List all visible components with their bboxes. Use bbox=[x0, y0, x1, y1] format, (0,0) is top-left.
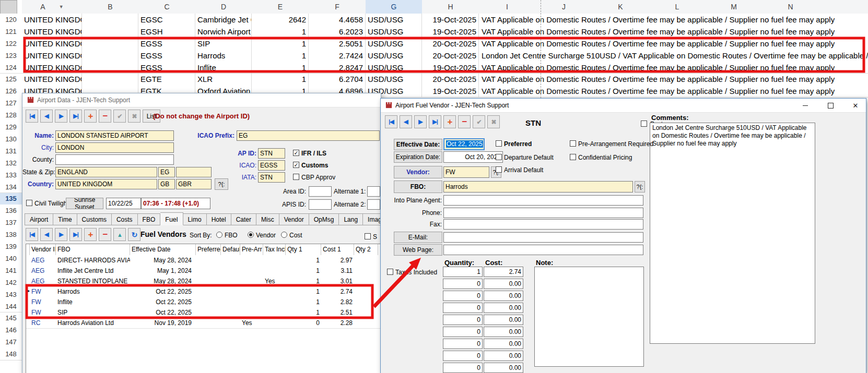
nav-next-button[interactable]: ▶ bbox=[55, 110, 67, 123]
tab-misc[interactable]: Misc bbox=[256, 213, 279, 225]
departure-default-checkbox[interactable] bbox=[496, 154, 502, 160]
cell-H120[interactable]: 19-Oct-2025 bbox=[422, 14, 479, 26]
cell-E124[interactable]: 1 bbox=[252, 62, 309, 74]
delete-record-button[interactable]: − bbox=[99, 228, 111, 241]
cell-I120[interactable]: VAT Applicable on Domestic Routes / Over… bbox=[479, 14, 868, 26]
fuel-dialog-titlebar[interactable]: Airport Fuel Vendor - JJEN-Tech Support … bbox=[381, 99, 866, 113]
quantity-field-7[interactable]: 0 bbox=[443, 351, 483, 361]
cell-H126[interactable]: 19-Oct-2025 bbox=[422, 85, 479, 97]
add-record-button[interactable]: + bbox=[443, 115, 456, 128]
cell-A125[interactable]: UNITED KINGDOM bbox=[22, 74, 82, 86]
cell-G122[interactable]: USD/USG bbox=[366, 38, 422, 50]
row-header-136[interactable]: 136 bbox=[0, 204, 22, 217]
cell-F121[interactable]: 6.2023 bbox=[309, 26, 366, 38]
quantity-field-4[interactable]: 0 bbox=[443, 315, 483, 325]
cell-C121[interactable]: EGSH bbox=[138, 26, 195, 38]
city-field[interactable]: LONDON bbox=[55, 142, 174, 153]
vendor-row-AEG-direct--harrods-aviation[interactable]: AEGDIRECT- HARRODS AVIATIONMay 28, 20241… bbox=[26, 255, 381, 266]
sort-cost-radio[interactable] bbox=[281, 232, 287, 238]
name-field[interactable]: LONDON STANSTED AIRPORT bbox=[55, 130, 174, 141]
row-header-146[interactable]: 146 bbox=[0, 324, 22, 336]
row-header-147[interactable]: 147 bbox=[0, 336, 22, 348]
fax-field[interactable] bbox=[443, 219, 643, 230]
zip-field[interactable] bbox=[176, 167, 212, 177]
column-header-I[interactable]: I bbox=[479, 0, 536, 14]
cell-E125[interactable]: 1 bbox=[252, 74, 309, 86]
vendor-row-RC-harrods-aviation-ltd[interactable]: RCHarrods Aviation LtdNov 19, 2019Yes02.… bbox=[26, 318, 381, 329]
ifr-ils-checkbox[interactable]: ✓ bbox=[293, 150, 299, 156]
vendor-row-FW-sip[interactable]: FWSIPOct 22, 202512.51 bbox=[26, 307, 381, 318]
add-record-button[interactable]: + bbox=[84, 228, 97, 241]
refresh-button[interactable]: ↻ bbox=[128, 228, 140, 241]
cell-B123[interactable] bbox=[82, 50, 138, 62]
cell-H123[interactable]: 20-Oct-2025 bbox=[422, 50, 479, 62]
column-header-B[interactable]: B bbox=[82, 0, 139, 14]
tab-time[interactable]: Time bbox=[53, 213, 77, 225]
cell-F123[interactable]: 2.7424 bbox=[309, 50, 366, 62]
taxes-included-checkbox[interactable] bbox=[387, 269, 393, 275]
row-header-135[interactable]: 135 bbox=[0, 193, 22, 206]
ap-id-field[interactable]: STN bbox=[258, 148, 285, 159]
cell-G125[interactable]: USD/USG bbox=[366, 74, 422, 86]
row-header-139[interactable]: 139 bbox=[0, 240, 22, 253]
row-header-120[interactable]: 120 bbox=[0, 14, 22, 26]
row-header-129[interactable]: 129 bbox=[0, 121, 22, 134]
preferred-checkbox[interactable] bbox=[496, 140, 502, 147]
cell-C125[interactable]: EGTE bbox=[138, 74, 195, 86]
quantity-field-2[interactable]: 0 bbox=[443, 291, 483, 301]
vendor-row-AEG-stansted-intoplane[interactable]: AEGSTANSTED INTOPLANEMay 28, 2024Yes13.0… bbox=[26, 276, 381, 287]
delete-record-button[interactable]: − bbox=[99, 110, 111, 123]
country-code2-field[interactable]: GB bbox=[158, 179, 175, 189]
row-header-141[interactable]: 141 bbox=[0, 264, 22, 277]
state-field[interactable]: ENGLAND bbox=[55, 167, 157, 177]
expiration-date-button[interactable]: Expiration Date: bbox=[394, 151, 442, 163]
quantity-field-8[interactable]: 0 bbox=[443, 363, 483, 373]
area-id-field[interactable] bbox=[309, 186, 332, 197]
nav-next-button[interactable]: ▶ bbox=[55, 228, 67, 241]
row-header-127[interactable]: 127 bbox=[0, 97, 22, 110]
cost-field-2[interactable]: 0.00 bbox=[484, 291, 523, 301]
move-up-button[interactable]: ▲ bbox=[113, 228, 126, 241]
nav-last-button[interactable]: ▶| bbox=[69, 110, 82, 123]
fbo-field[interactable]: Harrods bbox=[443, 181, 633, 192]
cell-B120[interactable] bbox=[82, 14, 138, 26]
cost-field-0[interactable]: 2.74 bbox=[484, 267, 523, 277]
phone-field[interactable] bbox=[443, 208, 643, 218]
row-header-134[interactable]: 134 bbox=[0, 181, 22, 194]
sunrise-sunset-button[interactable]: Sunrise Sunset bbox=[66, 198, 103, 209]
cell-I125[interactable]: VAT Applicable on Domestic Routes / Over… bbox=[479, 74, 868, 86]
cell-G124[interactable]: USD/USG bbox=[366, 62, 422, 74]
column-header-D[interactable]: D bbox=[195, 0, 252, 14]
cell-F125[interactable]: 6.2704 bbox=[309, 74, 366, 86]
vendor-row-FW-inflite[interactable]: FWInfliteOct 22, 202512.82 bbox=[26, 297, 381, 308]
cell-D125[interactable]: XLR bbox=[195, 74, 252, 86]
quantity-field-6[interactable]: 0 bbox=[443, 339, 483, 349]
tab-airport[interactable]: Airport bbox=[25, 213, 53, 225]
cell-I122[interactable]: VAT Applicable on Domestic Routes / Over… bbox=[479, 38, 868, 50]
cost-field-1[interactable]: 0.00 bbox=[484, 279, 523, 289]
fbo-button[interactable]: FBO: bbox=[394, 181, 442, 193]
cell-B125[interactable] bbox=[82, 74, 138, 86]
minimize-icon[interactable] bbox=[799, 100, 812, 111]
cbp-approved-checkbox[interactable] bbox=[293, 174, 299, 180]
row-header-131[interactable]: 131 bbox=[0, 145, 22, 158]
row-header-128[interactable]: 128 bbox=[0, 109, 22, 122]
quantity-field-0[interactable]: 1 bbox=[443, 267, 483, 277]
column-header-A[interactable]: A▼ bbox=[22, 0, 83, 14]
sort-fbo-radio[interactable] bbox=[216, 232, 222, 238]
cell-C120[interactable]: EGSC bbox=[138, 14, 195, 26]
sort-vendor-radio[interactable] bbox=[248, 232, 254, 238]
row-header-138[interactable]: 138 bbox=[0, 228, 22, 241]
web-page-button[interactable]: Web Page: bbox=[394, 244, 442, 256]
pre-arrangement-checkbox[interactable] bbox=[570, 140, 576, 147]
nav-prev-button[interactable]: ◀ bbox=[40, 228, 53, 241]
column-header-N[interactable]: N bbox=[762, 0, 819, 14]
column-header-F[interactable]: F bbox=[309, 0, 366, 14]
cell-H124[interactable]: 19-Oct-2025 bbox=[422, 62, 479, 74]
row-header-125[interactable]: 125 bbox=[0, 74, 22, 86]
cell-D120[interactable]: Cambridge Jet C bbox=[195, 14, 252, 26]
commit-button[interactable]: ✔ bbox=[113, 110, 126, 123]
row-header-148[interactable]: 148 bbox=[0, 348, 22, 360]
cell-I124[interactable]: VAT Applicable on Domestic Routes / Over… bbox=[479, 62, 868, 74]
cell-I126[interactable]: VAT Applicable on Domestic Routes / Over… bbox=[479, 85, 868, 97]
